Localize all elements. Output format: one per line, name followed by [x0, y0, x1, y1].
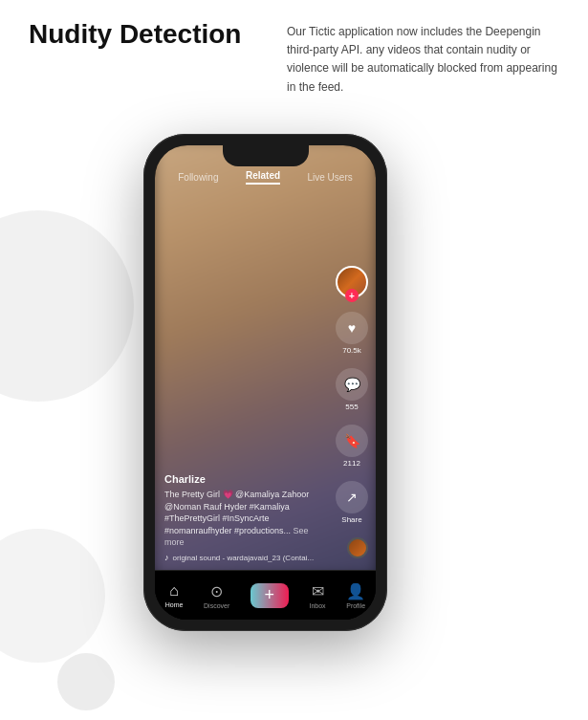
nav-create-button[interactable]: + [250, 583, 289, 608]
avatar-container: + [336, 266, 368, 298]
creator-avatar-item[interactable]: + [336, 266, 368, 298]
sound-avatar [347, 537, 368, 558]
share-label: Share [341, 515, 361, 524]
phone-notch [223, 145, 309, 166]
nav-inbox-button[interactable]: ✉ Inbox [309, 582, 325, 609]
like-action[interactable]: ♥ 70.5k [336, 312, 368, 355]
phone-outer: Following Related Live Users + [143, 134, 387, 631]
caption-text: The Pretty Girl 💗 @Kamaliya Zahoor @Noma… [164, 490, 309, 535]
like-icon: ♥ [336, 312, 368, 344]
nav-home-button[interactable]: ⌂ Home [165, 582, 184, 608]
home-icon: ⌂ [169, 582, 179, 600]
discover-label: Discover [204, 602, 229, 609]
bookmark-count: 2112 [343, 459, 360, 468]
decorative-blob-bottom [0, 529, 105, 663]
video-username[interactable]: Charlize [164, 473, 328, 485]
screen-content: Following Related Live Users + [155, 145, 376, 620]
sound-text: original sound - wardajavaid_23 (Contai.… [173, 554, 315, 562]
video-info-overlay: Charlize The Pretty Girl 💗 @Kamaliya Zah… [164, 473, 328, 562]
like-count: 70.5k [342, 346, 361, 355]
phone-mockup: Following Related Live Users + [143, 134, 387, 631]
music-note-icon: ♪ [164, 553, 169, 562]
decorative-blob-top [0, 210, 134, 402]
discover-icon: ⊙ [210, 582, 223, 600]
nav-following[interactable]: Following [178, 172, 218, 183]
description-text: Our Tictic application now includes the … [287, 19, 569, 97]
comment-action[interactable]: 💬 555 [336, 368, 368, 411]
header-area: Nudity Detection Our Tictic application … [29, 19, 569, 97]
decorative-blob-small [57, 653, 115, 710]
nav-related[interactable]: Related [246, 170, 280, 185]
nav-live-users[interactable]: Live Users [308, 172, 353, 183]
create-plus-icon: + [250, 583, 289, 608]
home-label: Home [165, 601, 184, 608]
phone-screen: Following Related Live Users + [155, 145, 376, 620]
bookmark-icon: 🔖 [336, 425, 368, 457]
top-navigation: Following Related Live Users [155, 170, 376, 185]
sound-row: ♪ original sound - wardajavaid_23 (Conta… [164, 553, 328, 562]
inbox-label: Inbox [309, 602, 325, 609]
right-action-bar: + ♥ 70.5k 💬 555 🔖 [336, 266, 368, 524]
page-title: Nudity Detection [29, 19, 258, 50]
comment-count: 555 [345, 403, 358, 411]
bookmark-action[interactable]: 🔖 2112 [336, 425, 368, 468]
video-caption: The Pretty Girl 💗 @Kamaliya Zahoor @Noma… [164, 489, 328, 549]
bottom-nav-bar: ⌂ Home ⊙ Discover + ✉ Inbox [155, 570, 376, 620]
profile-label: Profile [346, 602, 365, 609]
nav-discover-button[interactable]: ⊙ Discover [204, 582, 229, 609]
profile-icon: 👤 [346, 582, 365, 600]
share-icon: ↗ [336, 481, 368, 513]
nav-profile-button[interactable]: 👤 Profile [346, 582, 365, 609]
follow-plus-icon: + [345, 289, 359, 302]
inbox-icon: ✉ [312, 582, 324, 600]
share-action[interactable]: ↗ Share [336, 481, 368, 524]
comment-icon: 💬 [336, 368, 368, 401]
